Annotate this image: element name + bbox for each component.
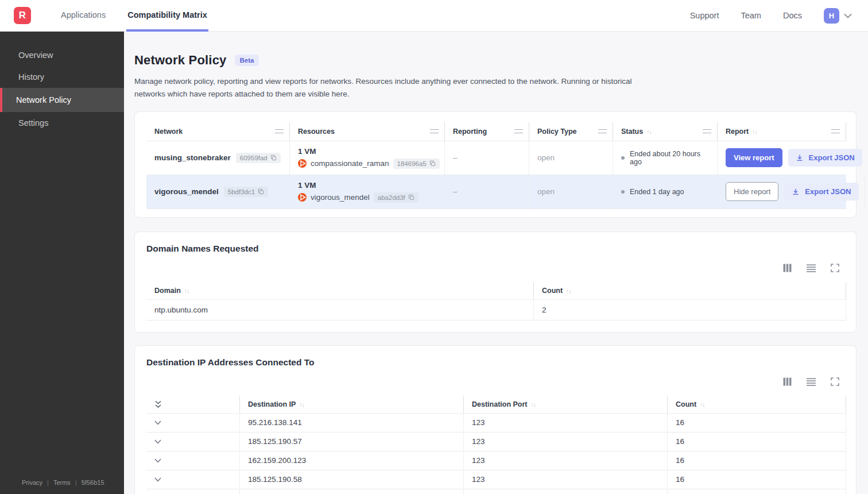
user-menu[interactable]: H [824,8,852,24]
resource-count: 1 VM [298,147,316,156]
networks-table-header: Network Resources Reporting Policy Type [146,122,846,141]
ubuntu-icon [298,193,307,202]
nav-link-team[interactable]: Team [741,11,761,20]
destination-ip-value: 95.216.100.21 [240,489,464,494]
download-icon [796,154,804,162]
export-json-button[interactable]: Export JSON [784,183,858,200]
nav-link-docs[interactable]: Docs [783,11,802,20]
avatar[interactable]: H [824,8,839,24]
sort-icon[interactable]: ↑↓ [700,401,705,408]
expand-all-header[interactable] [146,396,240,413]
resource-id: aba2dd3f [378,194,405,201]
column-label: Destination Port [472,400,528,408]
sidebar-footer: Privacy | Terms | 5f56b15 [0,471,124,494]
columns-icon[interactable] [783,377,792,386]
column-header-policy-type[interactable]: Policy Type [529,122,613,141]
destination-ip-value: 95.216.138.141 [240,414,464,432]
nav-tab-compatibility-matrix[interactable]: Compatibility Matrix [126,0,208,32]
column-header-count[interactable]: Count ↑↓ [534,282,846,299]
copy-icon[interactable] [408,194,414,200]
build-version: 5f56b15 [82,479,104,486]
destination-port-value: 123 [464,470,668,489]
fullscreen-icon[interactable] [831,377,839,386]
double-chevron-down-icon[interactable] [154,400,162,408]
drag-handle-icon[interactable] [703,129,711,133]
destination-port-value: 123 [464,414,668,432]
column-label: Reporting [453,128,487,136]
row-density-icon[interactable] [807,378,816,386]
chevron-down-icon[interactable] [154,439,161,444]
table-row[interactable]: 185.125.190.58 123 16 [146,470,846,489]
status-text: Ended about 20 hours ago [630,150,711,166]
sidebar-item-overview[interactable]: Overview [0,44,124,66]
count-value: 16 [668,470,846,489]
table-row[interactable]: vigorous_mendel 5bdf3dc1 1 VM vigorous_m… [146,175,846,209]
copy-icon[interactable] [429,160,436,167]
sort-icon[interactable]: ↑↓ [184,287,189,294]
fullscreen-icon[interactable] [831,264,839,272]
column-label: Count [542,287,563,295]
column-header-network[interactable]: Network [146,122,290,141]
terms-link[interactable]: Terms [53,479,71,486]
count-value: 16 [668,489,846,494]
export-json-button[interactable]: Export JSON [788,149,862,167]
reporting-value: – [445,175,529,209]
drag-handle-icon[interactable] [430,129,439,133]
page-title: Network Policy [134,53,227,68]
sort-icon[interactable]: ↑↓ [299,401,304,408]
status-dot [621,156,625,160]
nav-tab-applications[interactable]: Applications [60,0,107,32]
column-header-reporting[interactable]: Reporting [445,122,529,141]
column-header-resources[interactable]: Resources [290,122,445,141]
column-header-count[interactable]: Count ↑↓ [668,396,846,413]
nav-link-support[interactable]: Support [690,11,719,20]
resource-count: 1 VM [298,181,316,190]
row-density-icon[interactable] [807,264,816,272]
resource-id-badge: aba2dd3f [374,192,418,203]
table-row[interactable]: ntp.ubuntu.com 2 [146,299,846,321]
hide-report-button[interactable]: Hide report [726,182,778,201]
table-row[interactable]: 95.216.100.21 123 16 [146,489,846,494]
table-row[interactable]: musing_stonebraker 60959fad 1 VM compass… [146,141,846,175]
app-logo[interactable]: R [14,7,31,24]
destination-port-value: 123 [464,451,668,470]
column-label: Domain [154,287,181,295]
page-description: Manage network policy, reporting and vie… [134,75,640,101]
privacy-link[interactable]: Privacy [22,479,42,486]
drag-handle-icon[interactable] [598,129,607,133]
sidebar-item-network-policy[interactable]: Network Policy [0,88,124,112]
table-row[interactable]: 185.125.190.57 123 16 [146,432,846,451]
copy-icon[interactable] [258,188,264,195]
chevron-down-icon[interactable] [154,477,161,482]
column-header-report[interactable]: Report ↑↓ [718,122,846,141]
sort-icon[interactable]: ↑↓ [566,287,571,294]
sort-icon[interactable]: ↑↓ [646,128,652,135]
copy-icon[interactable] [270,155,277,161]
sort-icon[interactable]: ↑↓ [531,401,536,408]
sidebar-item-history[interactable]: History [0,66,124,88]
column-label: Resources [298,128,335,136]
column-label: Count [676,400,696,408]
resource-name: compassionate_raman [311,159,389,168]
column-header-domain[interactable]: Domain ↑↓ [146,282,534,299]
table-row[interactable]: 95.216.138.141 123 16 [146,413,846,432]
count-value: 16 [668,414,846,432]
column-header-status[interactable]: Status ↑↓ [613,122,718,141]
drag-handle-icon[interactable] [275,129,284,133]
view-report-button[interactable]: View report [726,148,782,167]
chevron-down-icon[interactable] [154,458,161,463]
chevron-down-icon[interactable] [154,420,161,425]
destination-port-value: 123 [464,489,668,494]
column-header-destination-ip[interactable]: Destination IP ↑↓ [240,396,464,413]
export-json-label: Export JSON [809,153,855,162]
table-row[interactable]: 162.159.200.123 123 16 [146,451,846,470]
column-header-destination-port[interactable]: Destination Port ↑↓ [464,396,668,413]
sidebar-item-settings[interactable]: Settings [0,112,124,134]
drag-handle-icon[interactable] [514,129,523,133]
columns-icon[interactable] [783,264,792,272]
status-text: Ended 1 day ago [630,188,684,196]
drag-handle-icon[interactable] [831,129,840,133]
status-dot [621,190,625,194]
card-title: Domain Names Requested [146,244,846,254]
sort-icon[interactable]: ↑↓ [752,128,757,135]
